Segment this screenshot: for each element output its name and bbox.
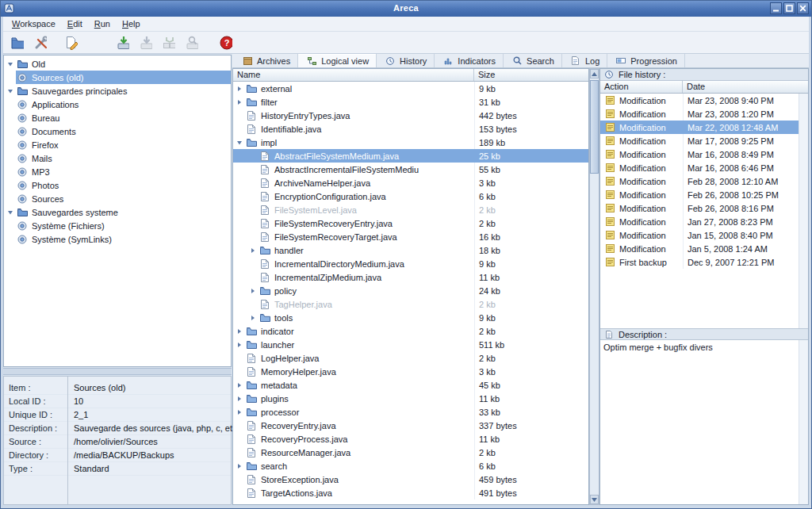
file-row[interactable]: RecoveryEntry.java337 bytes	[233, 419, 588, 432]
file-tree-scrollbar[interactable]	[589, 68, 599, 505]
column-header-action[interactable]: Action	[600, 81, 683, 93]
file-row[interactable]: StoreException.java459 bytes	[233, 473, 588, 486]
tree-expander-icon[interactable]	[247, 315, 259, 321]
menu-workspace[interactable]: Workspace	[6, 17, 62, 30]
file-row[interactable]: RecoveryProcess.java11 kb	[233, 432, 588, 446]
file-row[interactable]: LogHelper.java2 kb	[233, 351, 588, 365]
tree-expander-icon[interactable]	[233, 382, 245, 388]
backup-target-row[interactable]: Système (Fichiers)	[4, 219, 231, 232]
tree-expander-icon[interactable]	[233, 396, 245, 402]
backup-target-row[interactable]: Mails	[4, 151, 231, 165]
history-row[interactable]: ModificationFeb 26, 2008 10:25 PM	[600, 188, 808, 201]
folder-row[interactable]: indicator2 kb	[233, 324, 588, 338]
history-row[interactable]: ModificationMar 23, 2008 1:20 PM	[600, 107, 808, 121]
help-button[interactable]: ?	[216, 33, 235, 52]
file-row[interactable]: Identifiable.java153 bytes	[233, 122, 588, 136]
file-row[interactable]: AbstractFileSystemMedium.java25 kb	[233, 149, 588, 163]
tab-search[interactable]: Search	[504, 54, 562, 67]
tree-expander-icon[interactable]	[247, 288, 259, 294]
tab-logical-view[interactable]: Logical view	[298, 54, 377, 67]
backup-target-row[interactable]: Documents	[4, 124, 231, 138]
file-row[interactable]: IncrementalZipMedium.java11 kb	[233, 270, 588, 284]
file-row[interactable]: TargetActions.java491 bytes	[233, 486, 588, 499]
tree-expander-icon[interactable]	[233, 409, 245, 415]
folder-row[interactable]: processor33 kb	[233, 405, 588, 419]
backup-target-row[interactable]: Sources	[4, 192, 231, 205]
backup-target-row[interactable]: Sources (old)	[4, 71, 231, 84]
history-row[interactable]: ModificationMar 17, 2008 9:25 PM	[600, 134, 808, 147]
description-scrollbar[interactable]	[799, 340, 808, 504]
history-row[interactable]: ModificationJan 27, 2008 8:23 PM	[600, 215, 808, 228]
tree-expander-icon[interactable]	[4, 88, 16, 94]
backup-button[interactable]	[113, 33, 132, 52]
tree-expander-icon[interactable]	[247, 247, 259, 254]
folder-row[interactable]: metadata45 kb	[233, 378, 588, 392]
folder-row[interactable]: launcher511 kb	[233, 338, 588, 351]
folder-row[interactable]: plugins11 kb	[233, 392, 588, 405]
menu-edit[interactable]: Edit	[62, 17, 89, 30]
history-row[interactable]: First backupDec 9, 2007 12:21 PM	[600, 255, 808, 269]
scroll-up-icon[interactable]	[590, 69, 599, 78]
folder-row[interactable]: filter31 kb	[233, 95, 588, 109]
workspace-group-row[interactable]: Sauvegardes systeme	[4, 205, 231, 219]
tab-progression[interactable]: Progression	[607, 54, 685, 67]
folder-row[interactable]: tools9 kb	[233, 311, 588, 324]
tree-expander-icon[interactable]	[4, 209, 16, 216]
history-row[interactable]: ModificationMar 23, 2008 9:40 PM	[600, 94, 808, 107]
file-row[interactable]: ResourceManager.java2 kb	[233, 446, 588, 459]
file-row[interactable]: HistoryEntryTypes.java442 bytes	[233, 109, 588, 122]
backup-target-row[interactable]: Photos	[4, 178, 231, 192]
file-row[interactable]: ArchiveNameHelper.java3 kb	[233, 176, 588, 189]
history-row[interactable]: ModificationJan 15, 2008 8:40 PM	[600, 228, 808, 242]
tab-log[interactable]: Log	[562, 54, 607, 67]
backup-target-row[interactable]: MP3	[4, 165, 231, 178]
file-row[interactable]: AbstractIncrementalFileSystemMediu55 kb	[233, 163, 588, 176]
workspace-group-row[interactable]: Sauvegardes principales	[4, 84, 231, 98]
menu-run[interactable]: Run	[89, 17, 117, 30]
tab-indicators[interactable]: Indicators	[435, 54, 504, 67]
scrollbar-thumb[interactable]	[590, 80, 599, 174]
scroll-down-icon[interactable]	[590, 495, 599, 504]
preferences-button[interactable]	[31, 33, 49, 52]
file-row[interactable]: TagHelper.java2 kb	[233, 297, 588, 311]
close-button[interactable]	[797, 2, 809, 14]
tree-expander-icon[interactable]	[233, 86, 245, 92]
file-row[interactable]: IncrementalDirectoryMedium.java9 kb	[233, 257, 588, 270]
file-row[interactable]: FileSystemRecoveryTarget.java16 kb	[233, 230, 588, 243]
column-header-date[interactable]: Date	[683, 81, 808, 93]
file-row[interactable]: EncryptionConfiguration.java6 kb	[233, 189, 588, 203]
history-row[interactable]: ModificationMar 16, 2008 6:46 PM	[600, 161, 808, 174]
tab-archives[interactable]: Archives	[234, 54, 298, 67]
folder-row[interactable]: policy24 kb	[233, 284, 588, 297]
titlebar[interactable]: Areca	[1, 1, 811, 17]
folder-row[interactable]: search6 kb	[233, 459, 588, 473]
history-row[interactable]: ModificationJan 5, 2008 1:24 AM	[600, 242, 808, 255]
tree-expander-icon[interactable]	[233, 342, 245, 348]
column-header-name[interactable]: Name	[233, 69, 474, 81]
column-header-size[interactable]: Size	[474, 69, 588, 81]
tree-expander-icon[interactable]	[233, 99, 245, 105]
tab-history[interactable]: History	[377, 54, 435, 67]
tree-expander-icon[interactable]	[4, 61, 16, 67]
menu-help[interactable]: Help	[117, 17, 147, 30]
folder-row[interactable]: impl189 kb	[233, 136, 588, 149]
history-row[interactable]: ModificationFeb 28, 2008 12:10 AM	[600, 174, 808, 188]
history-row[interactable]: ModificationFeb 26, 2008 8:16 PM	[600, 201, 808, 215]
file-row[interactable]: FileSystemRecoveryEntry.java2 kb	[233, 216, 588, 230]
history-row[interactable]: ModificationMar 16, 2008 8:49 PM	[600, 147, 808, 161]
workspace-group-row[interactable]: Old	[4, 57, 231, 71]
tree-expander-icon[interactable]	[233, 328, 245, 335]
maximize-button[interactable]	[783, 2, 795, 14]
file-row[interactable]: MemoryHelper.java3 kb	[233, 365, 588, 378]
minimize-button[interactable]	[770, 2, 782, 14]
backup-target-row[interactable]: Firefox	[4, 138, 231, 151]
tree-expander-icon[interactable]	[233, 463, 245, 469]
backup-target-row[interactable]: Bureau	[4, 111, 231, 124]
folder-row[interactable]: handler18 kb	[233, 243, 588, 257]
history-scrollbar[interactable]	[799, 94, 808, 328]
open-workspace-button[interactable]	[8, 33, 26, 52]
folder-row[interactable]: external9 kb	[233, 82, 588, 95]
history-row[interactable]: ModificationMar 22, 2008 12:48 AM	[600, 121, 808, 134]
file-row[interactable]: FileSystemLevel.java2 kb	[233, 203, 588, 216]
edit-target-button[interactable]	[62, 33, 80, 52]
